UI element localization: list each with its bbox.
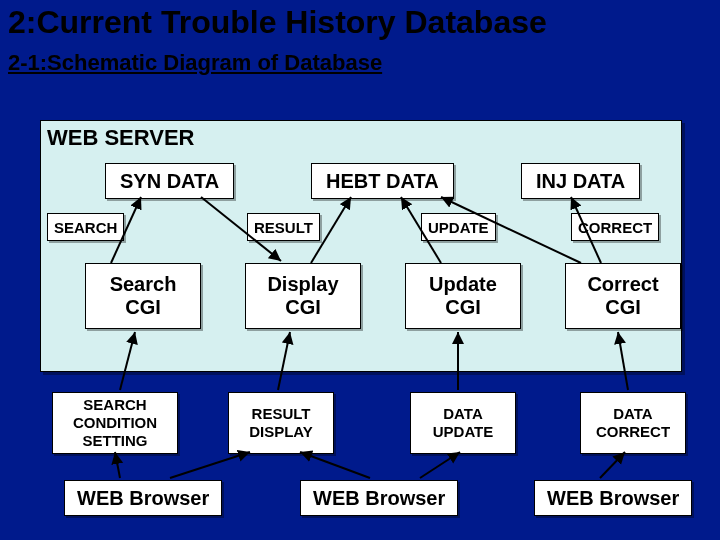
result-connector: RESULT	[247, 213, 320, 241]
web-server-label: WEB SERVER	[47, 125, 195, 151]
inj-data-box: INJ DATA	[521, 163, 640, 199]
page-subtitle: 2-1:Schematic Diagram of Database	[8, 50, 382, 76]
svg-line-10	[115, 452, 120, 478]
web-browser-box-3: WEB Browser	[534, 480, 692, 516]
svg-line-13	[420, 452, 460, 478]
correct-connector: CORRECT	[571, 213, 659, 241]
update-cgi-box: UpdateCGI	[405, 263, 521, 329]
search-connector: SEARCH	[47, 213, 124, 241]
web-browser-box-2: WEB Browser	[300, 480, 458, 516]
svg-line-12	[300, 452, 370, 478]
data-update-box: DATAUPDATE	[410, 392, 516, 454]
search-cgi-box: SearchCGI	[85, 263, 201, 329]
svg-line-11	[170, 452, 250, 478]
web-server-panel: WEB SERVER SYN DATA HEBT DATA INJ DATA S…	[40, 120, 682, 372]
syn-data-box: SYN DATA	[105, 163, 234, 199]
update-connector: UPDATE	[421, 213, 496, 241]
data-correct-box: DATACORRECT	[580, 392, 686, 454]
web-browser-box-1: WEB Browser	[64, 480, 222, 516]
server-arrows	[41, 121, 681, 371]
hebt-data-box: HEBT DATA	[311, 163, 454, 199]
svg-line-14	[600, 452, 625, 478]
correct-cgi-box: CorrectCGI	[565, 263, 681, 329]
display-cgi-box: DisplayCGI	[245, 263, 361, 329]
page-title: 2:Current Trouble History Database	[8, 4, 547, 41]
search-condition-setting-box: SEARCHCONDITIONSETTING	[52, 392, 178, 454]
result-display-box: RESULTDISPLAY	[228, 392, 334, 454]
